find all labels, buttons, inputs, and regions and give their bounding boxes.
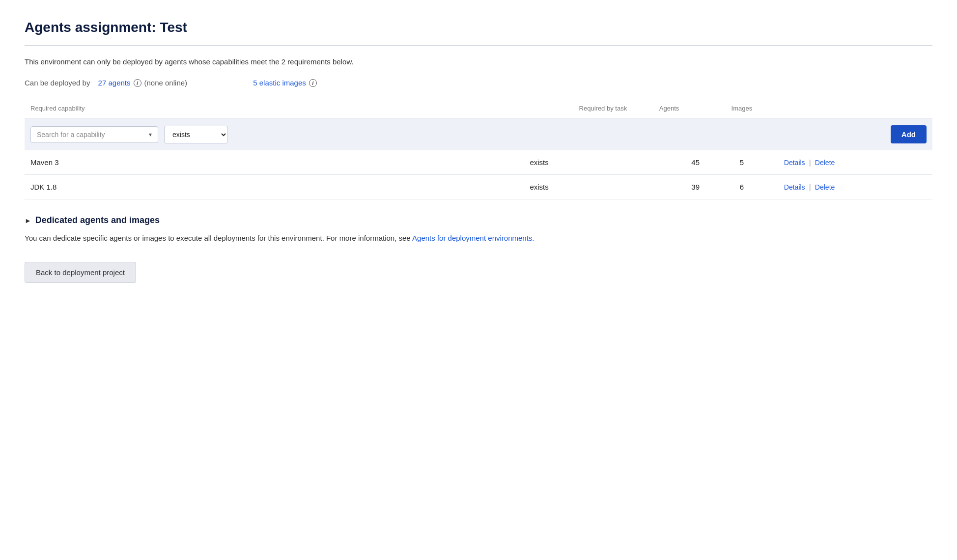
required-by-task-count: 39 [633,175,705,199]
capability-search-dropdown[interactable]: Search for a capability ▾ [30,126,158,143]
agents-count: 6 [705,175,778,199]
deploy-label: Can be deployed by [25,79,90,87]
description-text: This environment can only be deployed by… [25,57,932,66]
col-header-capability: Required capability [25,101,524,118]
delete-link[interactable]: Delete [815,159,835,167]
back-to-deployment-button[interactable]: Back to deployment project [25,262,136,283]
dedicated-agents-link[interactable]: Agents for deployment environments. [412,234,534,242]
elastic-link[interactable]: 5 elastic images [253,79,306,87]
dedicated-body-text: You can dedicate specific agents or imag… [25,234,412,242]
col-header-actions [778,101,932,118]
dedicated-section-header[interactable]: ► Dedicated agents and images [25,215,932,225]
deploy-info: Can be deployed by 27 agents i (none onl… [25,76,932,87]
action-separator: | [809,158,811,167]
agents-status: (none online) [144,79,188,87]
action-separator: | [809,183,811,191]
section-expand-icon: ► [25,217,31,224]
agents-link[interactable]: 27 agents [98,79,131,87]
capability-condition: exists [524,175,633,199]
col-header-required: Required by task [524,101,633,118]
row-actions: Details | Delete [778,150,932,175]
delete-link[interactable]: Delete [815,183,835,191]
agents-count: 5 [705,150,778,175]
capability-name: Maven 3 [25,150,524,175]
add-capability-button[interactable]: Add [891,125,927,143]
table-row: JDK 1.8 exists 39 6 Details | Delete [25,175,932,199]
col-header-images: Images [705,101,778,118]
dedicated-section-title: Dedicated agents and images [35,215,160,225]
agents-info-icon[interactable]: i [134,79,141,87]
divider [25,45,932,46]
table-header: Required capability Required by task Age… [25,101,932,118]
search-placeholder-text: Search for a capability [37,131,105,139]
page-title: Agents assignment: Test [25,20,932,35]
details-link[interactable]: Details [784,159,805,167]
capability-name: JDK 1.8 [25,175,524,199]
dedicated-section: ► Dedicated agents and images You can de… [25,215,932,244]
capability-condition: exists [524,150,633,175]
required-by-task-count: 45 [633,150,705,175]
details-link[interactable]: Details [784,183,805,191]
elastic-info-icon[interactable]: i [309,79,317,87]
capabilities-table: Required capability Required by task Age… [25,101,932,199]
col-header-agents: Agents [633,101,705,118]
row-actions: Details | Delete [778,175,932,199]
dedicated-section-body: You can dedicate specific agents or imag… [25,232,932,244]
table-row: Maven 3 exists 45 5 Details | Delete [25,150,932,175]
condition-select[interactable]: exists is is not [164,126,228,143]
add-capability-row: Search for a capability ▾ exists is is n… [25,118,932,151]
dropdown-chevron-icon: ▾ [149,131,152,138]
